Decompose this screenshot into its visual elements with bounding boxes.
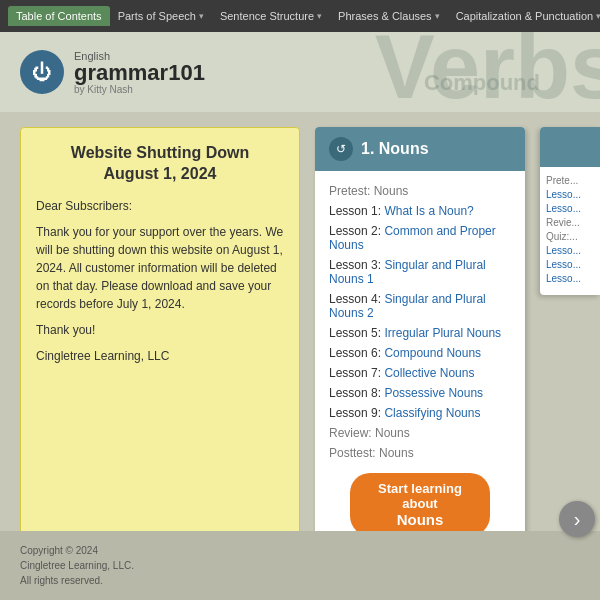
right-partial-header: [540, 127, 600, 167]
nouns-card-body: Pretest: Nouns Lesson 1: What Is a Noun?…: [315, 171, 525, 552]
lesson-3: Lesson 3: Singular and Plural Nouns 1: [329, 255, 511, 289]
lesson-6-link[interactable]: Compound Nouns: [384, 346, 481, 360]
right-partial-card: Prete... Lesso... Lesso... Revie... Quiz…: [540, 127, 600, 295]
lesson-8: Lesson 8: Possessive Nouns: [329, 383, 511, 403]
chevron-down-icon: ▾: [435, 11, 440, 21]
right-partial-line-1: Prete...: [546, 175, 594, 186]
main-content: Website Shutting DownAugust 1, 2024 Dear…: [0, 112, 600, 567]
notice-company: Cingletree Learning, LLC: [36, 347, 284, 365]
right-partial-line-2: Lesso...: [546, 189, 594, 200]
logo-area: ⏻ English grammar101 by Kitty Nash: [20, 50, 205, 95]
right-partial-body: Prete... Lesso... Lesso... Revie... Quiz…: [540, 167, 600, 295]
logo-icon: ⏻: [20, 50, 64, 94]
next-arrow-button[interactable]: ›: [559, 501, 595, 537]
lesson-4: Lesson 4: Singular and Plural Nouns 2: [329, 289, 511, 323]
lesson-6: Lesson 6: Compound Nouns: [329, 343, 511, 363]
start-btn-line2: Nouns: [370, 511, 470, 528]
footer: Copyright © 2024 Cingletree Learning, LL…: [0, 531, 600, 600]
nouns-card-title: 1. Nouns: [361, 140, 429, 158]
right-partial-line-8: Lesso...: [546, 273, 594, 284]
chevron-down-icon: ▾: [596, 11, 600, 21]
nav-capitalization[interactable]: Capitalization & Punctuation ▾: [448, 6, 600, 26]
top-nav: Table of Contents Parts of Speech ▾ Sent…: [0, 0, 600, 32]
nav-phrases-clauses[interactable]: Phrases & Clauses ▾: [330, 6, 448, 26]
nav-table-of-contents[interactable]: Table of Contents: [8, 6, 110, 26]
right-partial-line-4: Revie...: [546, 217, 594, 228]
nouns-card-header: ↺ 1. Nouns: [315, 127, 525, 171]
notice-thanks: Thank you!: [36, 321, 284, 339]
footer-company: Cingletree Learning, LLC.: [20, 558, 580, 573]
notice-body: Dear Subscribers: Thank you for your sup…: [36, 197, 284, 365]
nouns-card-icon: ↺: [329, 137, 353, 161]
header: ⏻ English grammar101 by Kitty Nash Verbs…: [0, 32, 600, 112]
header-bg-compound: Compound: [424, 70, 540, 96]
notice-paragraph: Thank you for your support over the year…: [36, 223, 284, 313]
right-partial-line-5: Quiz:...: [546, 231, 594, 242]
chevron-down-icon: ▾: [317, 11, 322, 21]
chevron-down-icon: ▾: [199, 11, 204, 21]
notice-salutation: Dear Subscribers:: [36, 197, 284, 215]
lesson-7: Lesson 7: Collective Nouns: [329, 363, 511, 383]
lesson-8-link[interactable]: Possessive Nouns: [384, 386, 483, 400]
logo-text: English grammar101 by Kitty Nash: [74, 50, 205, 95]
nav-sentence-structure[interactable]: Sentence Structure ▾: [212, 6, 330, 26]
footer-text: Copyright © 2024 Cingletree Learning, LL…: [20, 543, 580, 588]
lesson-1: Lesson 1: What Is a Noun?: [329, 201, 511, 221]
pretest-label: Pretest: Nouns: [329, 181, 511, 201]
logo-grammar-label: grammar101: [74, 62, 205, 84]
lesson-5: Lesson 5: Irregular Plural Nouns: [329, 323, 511, 343]
start-learning-button[interactable]: Start learning about Nouns: [350, 473, 490, 536]
right-partial-line-3: Lesso...: [546, 203, 594, 214]
right-partial-line-6: Lesso...: [546, 245, 594, 256]
notice-title: Website Shutting DownAugust 1, 2024: [36, 143, 284, 185]
nouns-card: ↺ 1. Nouns Pretest: Nouns Lesson 1: What…: [315, 127, 525, 552]
lesson-7-link[interactable]: Collective Nouns: [384, 366, 474, 380]
lesson-9: Lesson 9: Classifying Nouns: [329, 403, 511, 423]
review-label: Review: Nouns: [329, 423, 511, 443]
footer-copyright: Copyright © 2024: [20, 543, 580, 558]
footer-rights: All rights reserved.: [20, 573, 580, 588]
lesson-2: Lesson 2: Common and Proper Nouns: [329, 221, 511, 255]
logo-by-label: by Kitty Nash: [74, 84, 205, 95]
nav-parts-of-speech[interactable]: Parts of Speech ▾: [110, 6, 212, 26]
lesson-5-link[interactable]: Irregular Plural Nouns: [384, 326, 501, 340]
lesson-9-link[interactable]: Classifying Nouns: [384, 406, 480, 420]
right-partial-line-7: Lesso...: [546, 259, 594, 270]
lesson-1-link[interactable]: What Is a Noun?: [384, 204, 473, 218]
start-btn-line1: Start learning about: [370, 481, 470, 511]
notice-box: Website Shutting DownAugust 1, 2024 Dear…: [20, 127, 300, 552]
posttest-label: Posttest: Nouns: [329, 443, 511, 463]
